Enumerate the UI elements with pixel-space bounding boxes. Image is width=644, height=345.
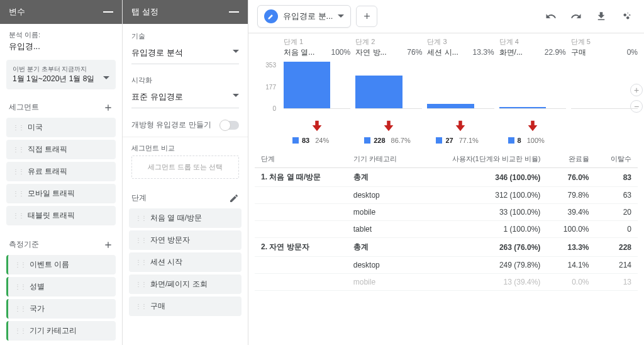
table-row[interactable]: desktop312 (100.0%)79.8%63 <box>255 187 638 204</box>
cell-drop: 13 <box>596 274 638 291</box>
step-number: 1 <box>299 38 303 45</box>
cell-step <box>255 274 347 291</box>
edit-steps-icon[interactable] <box>229 193 239 203</box>
step-prefix: 단계 <box>284 38 297 45</box>
col-category[interactable]: 기기 카테고리 <box>347 149 418 168</box>
funnel-chart: 단계 1 단계 2 단계 3 단계 4 단계 5 처음 열...100% 자연 … <box>255 37 638 144</box>
cell-step: 1. 처음 열 때/방문 <box>255 168 347 187</box>
table-row[interactable]: mobile13 (39.4%)0.0%13 <box>255 274 638 291</box>
cell-users: 33 (100.0%) <box>418 204 547 221</box>
cell-step: 2. 자연 방문자 <box>255 238 347 257</box>
active-tab[interactable]: 유입경로 분... <box>257 5 351 28</box>
date-range-picker[interactable]: 이번 분기 초부터 지금까지 1월 1일~2020년 1월 8일 <box>6 60 116 89</box>
step-chip[interactable]: ⋮⋮세션 시작 <box>129 252 242 272</box>
cell-rate: 0.0% <box>547 274 595 291</box>
step-name: 처음 열... <box>284 47 314 58</box>
segment-chip[interactable]: ⋮⋮직접 트래픽 <box>6 140 116 159</box>
segment-compare-dropzone[interactable]: 세그먼트 드롭 또는 선택 <box>131 156 239 179</box>
step-name: 화면/... <box>499 47 523 58</box>
technique-select[interactable]: 유입경로 분석 <box>131 43 239 64</box>
metric-chip[interactable]: ⋮⋮이벤트 이름 <box>6 255 116 274</box>
funnel-bar[interactable] <box>427 104 474 108</box>
technique-label: 기술 <box>123 24 248 42</box>
grip-icon: ⋮⋮ <box>14 261 26 268</box>
dropoff-arrow-icon <box>499 115 566 137</box>
viz-label: 시각화 <box>123 72 248 86</box>
step-name: 자연 방... <box>355 47 386 58</box>
step-label: 처음 열 때/방문 <box>150 213 202 223</box>
step-pct: 0% <box>627 48 638 57</box>
funnel-bar[interactable] <box>499 107 546 108</box>
segment-chip[interactable]: ⋮⋮미국 <box>6 118 116 137</box>
add-segment-icon[interactable] <box>103 103 113 113</box>
funnel-bar[interactable] <box>284 62 330 108</box>
table-row[interactable]: desktop249 (79.8%)14.1%214 <box>255 257 638 274</box>
segments-list: ⋮⋮미국 ⋮⋮직접 트래픽 ⋮⋮유료 트래픽 ⋮⋮모바일 트래픽 ⋮⋮태블릿 트… <box>0 116 122 232</box>
cell-users: 249 (79.8%) <box>418 257 547 274</box>
undo-button[interactable] <box>542 8 560 25</box>
step-chip[interactable]: ⋮⋮처음 열 때/방문 <box>129 208 242 228</box>
grip-icon: ⋮⋮ <box>135 303 147 310</box>
col-rate[interactable]: 완료율 <box>547 149 595 168</box>
cell-step <box>255 204 347 221</box>
add-metric-icon[interactable] <box>103 240 113 250</box>
drop-pct: 77.1% <box>459 137 479 144</box>
drop-pct: 100% <box>527 137 545 144</box>
grip-icon: ⋮⋮ <box>135 281 147 288</box>
grip-icon: ⋮⋮ <box>135 259 147 266</box>
col-drop[interactable]: 이탈수 <box>596 149 638 168</box>
redo-button[interactable] <box>567 8 585 25</box>
share-button[interactable] <box>618 8 635 25</box>
col-users[interactable]: 사용자(1단계와 비교한 비율) <box>418 149 547 168</box>
segment-chip[interactable]: ⋮⋮유료 트래픽 <box>6 162 116 181</box>
drop-count: 27 <box>445 137 453 144</box>
step-chip[interactable]: ⋮⋮화면/페이지 조회 <box>129 274 242 294</box>
grip-icon: ⋮⋮ <box>13 190 24 197</box>
step-pct: 22.9% <box>545 48 566 57</box>
step-name: 세션 시... <box>427 47 458 58</box>
table-row[interactable]: tablet1 (100.0%)100.0%0 <box>255 221 638 238</box>
y-tick: 177 <box>255 84 276 91</box>
chevron-down-icon <box>338 14 344 21</box>
metric-label: 성별 <box>30 281 45 292</box>
legend-swatch <box>364 137 370 144</box>
drop-count: 83 <box>302 137 309 144</box>
tab-settings-header[interactable]: 탭 설정 <box>123 0 248 24</box>
table-row[interactable]: 1. 처음 열 때/방문총계346 (100.0%)76.0%83 <box>255 168 638 187</box>
step-chip[interactable]: ⋮⋮자연 방문자 <box>129 230 242 250</box>
table-row[interactable]: mobile33 (100.0%)39.4%20 <box>255 204 638 221</box>
metric-chip[interactable]: ⋮⋮기기 카테고리 <box>6 321 116 341</box>
dropoff-arrow-icon <box>355 115 422 137</box>
viz-select[interactable]: 표준 유입경로 <box>131 88 239 108</box>
cell-rate: 76.0% <box>547 168 595 187</box>
segment-chip[interactable]: ⋮⋮태블릿 트래픽 <box>6 206 116 225</box>
segment-chip[interactable]: ⋮⋮모바일 트래픽 <box>6 184 116 203</box>
cell-drop: 20 <box>596 204 638 221</box>
metric-chip[interactable]: ⋮⋮성별 <box>6 277 116 297</box>
cell-rate: 13.3% <box>547 238 595 257</box>
active-tab-label: 유입경로 분... <box>283 11 333 22</box>
collapse-icon <box>103 11 113 13</box>
segment-label: 미국 <box>28 122 43 133</box>
open-funnel-toggle[interactable] <box>220 121 239 130</box>
cell-cat: desktop <box>347 187 418 204</box>
cell-users: 13 (39.4%) <box>418 274 547 291</box>
segment-compare-label: 세그먼트 비교 <box>123 137 248 156</box>
metric-chip[interactable]: ⋮⋮국가 <box>6 299 116 319</box>
analysis-name-value[interactable]: 유입경... <box>9 41 113 52</box>
segment-label: 모바일 트래픽 <box>28 188 75 199</box>
download-button[interactable] <box>592 8 610 25</box>
open-funnel-label: 개방형 유입경로 만들기 <box>131 120 211 130</box>
grip-icon: ⋮⋮ <box>13 146 24 153</box>
step-chip[interactable]: ⋮⋮구매 <box>129 297 242 316</box>
date-range-value: 1월 1일~2020년 1월 8일 <box>13 74 94 84</box>
col-step[interactable]: 단계 <box>255 149 347 168</box>
variables-panel-header[interactable]: 변수 <box>0 0 122 24</box>
table-row[interactable]: 2. 자연 방문자총계263 (76.0%)13.3%228 <box>255 238 638 257</box>
add-tab-button[interactable]: + <box>356 6 377 27</box>
grip-icon: ⋮⋮ <box>14 283 26 290</box>
grip-icon: ⋮⋮ <box>13 168 24 175</box>
step-prefix: 단계 <box>499 38 513 45</box>
cell-cat: 총계 <box>347 238 418 257</box>
funnel-bar[interactable] <box>355 76 402 108</box>
